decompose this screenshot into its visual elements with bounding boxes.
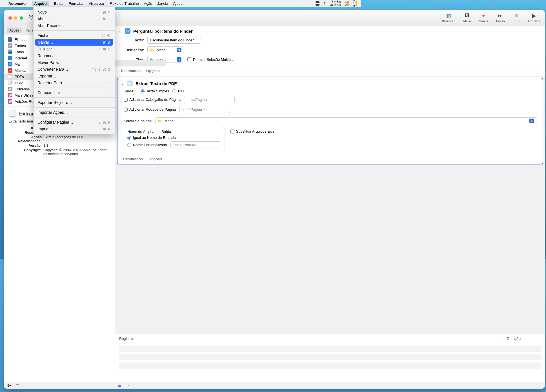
action-info-icon: 📄	[8, 110, 16, 118]
minimize-button[interactable]	[14, 16, 17, 20]
disclosure-toggle[interactable]: ⌄	[119, 29, 122, 33]
menu-reverter-para[interactable]: Reverter Para›	[34, 79, 115, 86]
menu-renomear[interactable]: Renomear…	[34, 52, 115, 59]
action1-resultados-button[interactable]: Resultados	[121, 69, 141, 73]
info-versao-k: Versão:	[8, 144, 42, 148]
film-icon: 🎬	[8, 37, 12, 42]
action-finder-items: ⌄ ☺ Perguntar por Itens do Finder Texto:…	[115, 26, 361, 76]
pdf-action-icon: 📄	[127, 81, 133, 86]
nome-personalizado-radio[interactable]: Nome Personalizado	[127, 143, 167, 147]
menu-fluxo[interactable]: Fluxo de Trabalho	[110, 1, 139, 6]
music-icon: ♪	[8, 68, 12, 73]
iniciar-select[interactable]: 📁 Mesa⇅	[147, 46, 184, 53]
finder-icon: ☺	[125, 28, 130, 34]
menu-janela[interactable]: Janela	[157, 1, 168, 6]
menu-exportar[interactable]: Exportar…	[34, 73, 115, 79]
nome-personalizado-input[interactable]	[170, 141, 221, 148]
permitir-multipla-checkbox[interactable]: Permitir Seleção Múltipla	[187, 57, 234, 62]
footer-format-input[interactable]	[179, 106, 230, 113]
disclosure-toggle[interactable]: ⌄	[121, 81, 124, 86]
traffic-lights	[8, 16, 23, 20]
menu-formatar[interactable]: Formatar	[69, 1, 84, 6]
macos-menubar: Automator Arquivo Editar Formatar Visual…	[0, 0, 361, 7]
util-icon: ✕	[8, 87, 12, 91]
select-arrows-icon: ⇅	[177, 48, 181, 52]
photos-icon: 📷	[8, 50, 12, 54]
salvar-saida-select[interactable]: 📁 Mesa⇅	[155, 117, 361, 124]
info-copyright-k: Copyright:	[8, 148, 42, 156]
folder-icon: 📁	[8, 99, 12, 104]
saida-rtf[interactable]: RTF	[172, 89, 185, 93]
menu-salvar[interactable]: Salvar…⌘ S	[35, 39, 113, 46]
nome-arquivo-label: Nome do Arquivo de Saída	[127, 130, 221, 134]
info-relacionadas-v: Extrair Anotações de PDF	[43, 135, 84, 143]
header-format-input[interactable]	[184, 96, 235, 103]
app-menu[interactable]: Automator	[8, 1, 27, 6]
close-button[interactable]	[8, 16, 12, 20]
tab-acoes[interactable]: Ações	[7, 28, 22, 33]
menu-mover-para[interactable]: Mover Para…	[34, 59, 115, 66]
disk-icon-s[interactable]: SD	[345, 1, 349, 6]
menu-abrir-recentes[interactable]: Abrir Recentes›	[34, 22, 115, 29]
text-icon: 📝	[8, 81, 12, 85]
menu-ajuda[interactable]: Ajuda	[173, 1, 183, 6]
menu-visualizar[interactable]: Visualizar	[89, 1, 105, 6]
toggle-icons[interactable]	[316, 1, 319, 6]
action1-opcoes-button[interactable]: Opções	[146, 69, 160, 73]
font-icon: A	[8, 43, 12, 48]
menu-acao[interactable]: Ação	[144, 1, 152, 6]
chevron-right-icon: ›	[109, 81, 111, 85]
saida-label: Saída:	[124, 89, 137, 93]
salvar-label: Salvar Saída em:	[124, 119, 152, 123]
net-speed: 3 KB/s31 KB/s	[330, 0, 341, 6]
add-header-checkbox[interactable]: Adicionar Cabeçalho de Página	[124, 97, 181, 102]
info-relacionadas-k: Ações Relacionadas:	[8, 135, 42, 143]
menu-configurar-pagina[interactable]: Configurar Página…⇧ ⌘ P	[34, 119, 115, 126]
texto-label: Texto:	[121, 38, 144, 42]
folder-desktop-icon: 📁	[158, 119, 162, 123]
action1-title: Perguntar por Itens do Finder	[133, 29, 193, 34]
menu-editar[interactable]: Editar	[54, 1, 64, 6]
action2-opcoes-button[interactable]: Opções	[148, 157, 162, 161]
action-extract-pdf-text[interactable]: ⌄ 📄 Extrair Texto de PDF Saída: Texto Si…	[117, 78, 361, 164]
info-copyright-v: Copyright © 2006–2019 Apple Inc. Todos o…	[43, 148, 110, 156]
mail-icon: ✉	[8, 62, 12, 66]
menu-novo[interactable]: Novo⌘ N	[34, 9, 115, 15]
nome-igual-radio[interactable]: Igual ao Nome de Entrada	[127, 135, 221, 140]
zoom-button[interactable]	[20, 16, 23, 20]
mem-icon-m[interactable]: MEM	[353, 0, 358, 8]
info-versao-v: 1.1	[43, 144, 48, 148]
menubar-status: ⇅ 3 KB/s31 KB/s SD MEM	[316, 0, 357, 8]
menu-arquivo[interactable]: Arquivo	[32, 1, 49, 6]
menu-duplicar[interactable]: Duplicar⇧ ⌘ S	[34, 46, 115, 52]
folder-desktop-icon: 📁	[150, 48, 154, 52]
tipo-label: Tipo:	[121, 57, 144, 62]
menu-compartilhar[interactable]: Compartilhar›	[34, 89, 115, 96]
menu-converter-para[interactable]: Converter Para…⌥ ⇧ ⌘ C	[34, 66, 115, 73]
action2-title: Extrair Texto de PDF	[136, 81, 177, 86]
pdf-icon: 📄	[8, 74, 12, 79]
add-footer-checkbox[interactable]: Adicionar Rodapé de Página	[124, 107, 176, 112]
chevron-right-icon: ›	[109, 23, 111, 28]
globe-icon: 🌐	[8, 56, 12, 60]
menu-abrir[interactable]: Abrir…⌘ O	[34, 15, 115, 22]
menu-importar-acoes[interactable]: Importar Ações…	[34, 109, 115, 116]
menu-exportar-registro[interactable]: Exportar Registro…	[34, 99, 115, 106]
tipo-select[interactable]: Arquivos⇅	[147, 56, 184, 63]
workflow-panel: ⌄ ☺ Perguntar por Itens do Finder Texto:…	[115, 26, 361, 259]
texto-input[interactable]	[147, 37, 201, 44]
updown-arrows-icon: ⇅	[323, 2, 326, 5]
action2-resultados-button[interactable]: Resultados	[123, 157, 143, 161]
select-arrows-icon: ⇅	[177, 57, 181, 62]
arquivo-menu: Novo⌘ N Abrir…⌘ O Abrir Recentes› Fechar…	[33, 7, 115, 134]
menu-imprimir[interactable]: Imprimir…⌘ P	[34, 126, 115, 132]
substituir-checkbox[interactable]: Substituir Arquivos Exis	[230, 129, 274, 133]
chevron-right-icon: ›	[109, 90, 111, 95]
saida-texto-simples[interactable]: Texto Simples	[141, 89, 169, 93]
folder-icon: 📁	[8, 93, 12, 97]
iniciar-label: Iniciar em:	[121, 48, 144, 52]
menu-fechar[interactable]: Fechar⌘ W	[34, 32, 115, 39]
